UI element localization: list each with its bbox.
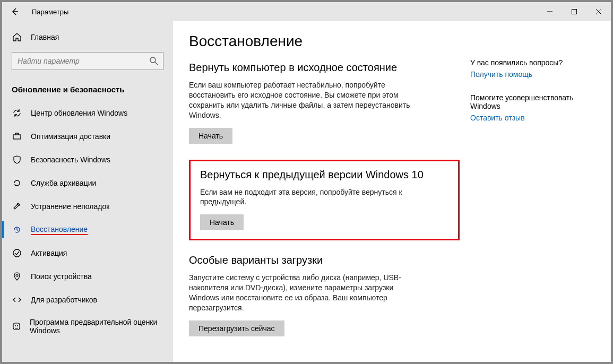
get-help-link[interactable]: Получить помощь (470, 70, 583, 79)
wrench-icon (12, 201, 22, 212)
svg-point-7 (17, 325, 18, 326)
feedback-link[interactable]: Оставить отзыв (470, 114, 583, 122)
feedback-group: Помогите усовершенствовать Windows Остав… (470, 93, 583, 122)
window-title: Параметры (32, 8, 68, 16)
maximize-button[interactable] (562, 2, 586, 21)
sidebar-item-label: Для разработчиков (31, 296, 97, 304)
close-icon (595, 8, 602, 15)
search-wrap (2, 48, 173, 74)
advanced-text: Запустите систему с устройства либо диск… (189, 273, 412, 313)
maximize-icon (571, 8, 577, 15)
titlebar: Параметры (2, 2, 611, 21)
aside: У вас появились вопросы? Получить помощь… (470, 21, 593, 362)
go-back-start-button[interactable]: Начать (200, 214, 244, 230)
layout: Главная Обновление и безопасность Центр … (2, 21, 611, 362)
insider-icon (12, 321, 21, 332)
home-nav[interactable]: Главная (2, 27, 173, 48)
delivery-icon (12, 131, 22, 142)
advanced-heading: Особые варианты загрузки (189, 254, 460, 266)
sidebar-item-find-my-device[interactable]: Поиск устройства (2, 265, 173, 288)
go-back-text: Если вам не подходит эта версия, попробу… (200, 187, 423, 207)
section-title: Обновление и безопасность (2, 74, 173, 101)
sidebar-item-label: Активация (31, 249, 67, 257)
go-back-section: Вернуться к предыдущей версии Windows 10… (189, 160, 460, 241)
feedback-question: Помогите усовершенствовать Windows (470, 93, 583, 110)
recovery-icon (12, 224, 22, 235)
close-button[interactable] (586, 2, 611, 21)
arrow-left-icon (11, 7, 19, 16)
help-group: У вас появились вопросы? Получить помощь (470, 58, 583, 79)
sidebar-item-windows-security[interactable]: Безопасность Windows (2, 148, 173, 171)
search-icon (149, 56, 159, 67)
sidebar-item-backup[interactable]: Служба архивации (2, 171, 173, 195)
back-button[interactable] (6, 3, 23, 20)
reset-pc-section: Вернуть компьютер в исходное состояние Е… (189, 62, 460, 144)
reset-text: Если ваш компьютер работает нестабильно,… (189, 80, 412, 120)
svg-point-4 (16, 274, 18, 276)
sidebar-item-windows-update[interactable]: Центр обновления Windows (2, 101, 173, 125)
window-controls (538, 2, 611, 21)
home-icon (12, 32, 22, 42)
svg-point-3 (13, 249, 21, 257)
sidebar-item-label: Программа предварительной оценки Windows (30, 318, 163, 335)
location-icon (12, 271, 22, 282)
advanced-startup-section: Особые варианты загрузки Запустите систе… (189, 254, 460, 336)
sidebar-item-troubleshoot[interactable]: Устранение неполадок (2, 195, 173, 218)
help-question: У вас появились вопросы? (470, 58, 583, 67)
sidebar-item-label: Служба архивации (31, 179, 96, 187)
minimize-button[interactable] (538, 2, 562, 21)
svg-rect-2 (13, 135, 21, 139)
check-circle-icon (12, 248, 22, 258)
sidebar-item-recovery[interactable]: Восстановление (2, 218, 173, 241)
content: Восстановление Вернуть компьютер в исход… (173, 21, 611, 362)
backup-icon (12, 178, 22, 188)
restart-now-button[interactable]: Перезагрузить сейчас (189, 320, 284, 336)
shield-icon (12, 154, 22, 165)
sidebar-item-delivery-optimization[interactable]: Оптимизация доставки (2, 125, 173, 148)
developer-icon (12, 294, 22, 305)
sidebar-item-label: Оптимизация доставки (31, 132, 110, 141)
home-label: Главная (31, 33, 59, 41)
reset-heading: Вернуть компьютер в исходное состояние (189, 62, 460, 74)
search-input[interactable] (12, 57, 163, 65)
reset-start-button[interactable]: Начать (189, 128, 232, 144)
sidebar-item-activation[interactable]: Активация (2, 241, 173, 265)
sidebar-item-label: Поиск устройства (31, 272, 92, 281)
sidebar-item-label: Безопасность Windows (31, 155, 110, 164)
svg-rect-0 (572, 10, 577, 14)
svg-point-1 (150, 57, 156, 63)
sidebar-item-label: Устранение неполадок (31, 202, 109, 211)
sync-icon (12, 108, 22, 118)
main: Восстановление Вернуть компьютер в исход… (173, 21, 470, 362)
sidebar-item-label: Центр обновления Windows (31, 109, 127, 117)
sidebar-item-for-developers[interactable]: Для разработчиков (2, 288, 173, 311)
minimize-icon (547, 8, 553, 15)
sidebar-item-label: Восстановление (31, 225, 88, 235)
search-box[interactable] (12, 52, 163, 70)
svg-point-6 (15, 325, 16, 326)
sidebar-item-insider-program[interactable]: Программа предварительной оценки Windows (2, 311, 173, 341)
sidebar: Главная Обновление и безопасность Центр … (2, 21, 173, 362)
go-back-heading: Вернуться к предыдущей версии Windows 10 (200, 169, 448, 181)
page-title: Восстановление (189, 33, 460, 50)
